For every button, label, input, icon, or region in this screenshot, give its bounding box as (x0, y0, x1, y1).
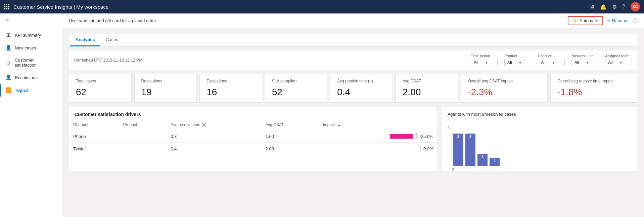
x-axis-zero-label: 0 (452, 167, 454, 171)
filter-assigned-team-label: Assigned team (605, 54, 632, 58)
cell-avg-resolve: 0.4 (167, 143, 261, 155)
sidebar-item-new-cases[interactable]: 👤 New cases (0, 41, 62, 54)
filter-channel: Channel All ▼ (538, 54, 565, 66)
cell-impact: -25.0% (319, 130, 437, 143)
filter-product-label: Product (504, 54, 531, 58)
col-header-avg-csat[interactable]: Avg CSAT (262, 120, 319, 130)
gear-icon[interactable]: ⚙ (612, 4, 617, 10)
filter-business-unit-select[interactable]: All ▼ (571, 59, 598, 66)
tab-analytics[interactable]: Analytics (70, 34, 100, 46)
sidebar-item-kpi-summary[interactable]: ⊞ KPI summary (0, 29, 62, 41)
table-row: Twitter 0.4 2.00 0.0% (69, 143, 438, 155)
agents-chart-title: Agents with most unresolved cases (448, 112, 632, 117)
kpi-card-avg-csat: Avg CSAT 2.00 (396, 74, 458, 103)
kpi-total-cases-label: Total cases (76, 79, 125, 83)
filter-product: Product All ▼ (504, 54, 531, 66)
automate-label: Automate (580, 18, 598, 23)
impact-divider (420, 146, 421, 152)
sidebar-item-label: New cases (15, 45, 36, 50)
chart-area: 8 8 3 2 0 (452, 121, 632, 166)
impact-bar-cell: -25.0% (323, 133, 433, 139)
filter-business-unit: Business unit All ▼ (571, 54, 598, 66)
col-header-product[interactable]: Product (119, 120, 167, 130)
impact-bar-cell: 0.0% (323, 146, 433, 152)
rename-icon: ✏ (607, 18, 611, 23)
sidebar-item-label: Resolutions (15, 75, 38, 80)
kpi-avg-resolve-value: 0.4 (337, 87, 386, 98)
tab-cases[interactable]: Cases (100, 34, 124, 46)
kpi-card-escalations: Escalations 16 (199, 74, 262, 103)
filter-time-period-label: Time period (471, 54, 498, 58)
filter-product-select[interactable]: All ▼ (504, 59, 531, 66)
col-header-avg-resolve[interactable]: Avg resolve time (h) (167, 120, 261, 130)
topics-icon: 📶 (5, 87, 11, 93)
kpi-resolutions-label: Resolutions (141, 79, 190, 83)
refresh-text: Refreshed UTC 2019-11-13 12:12 PM (74, 58, 142, 63)
impact-divider (416, 133, 417, 139)
kpi-sla-value: 52 (272, 87, 321, 98)
sidebar-toggle[interactable]: ≡ (0, 13, 62, 29)
info-icon[interactable]: ⓘ (633, 18, 637, 24)
main-content: Analytics Cases Refreshed UTC 2019-11-13… (62, 28, 644, 217)
kpi-card-sla-compliant: SLA compliant 52 (265, 74, 328, 103)
sort-arrow-icon: ▲ (337, 123, 341, 127)
automate-button[interactable]: ⚡ Automate (568, 16, 603, 25)
chevron-down-icon: ▼ (586, 61, 595, 65)
content-header: User wants to add gift card for a placed… (62, 13, 644, 28)
cell-product (119, 130, 167, 143)
csat-drivers-title: Customer satisfaction drivers (69, 107, 438, 120)
sidebar: ≡ ⊞ KPI summary 👤 New cases ☺ Customer s… (0, 13, 62, 217)
kpi-card-overall-csat-impact: Overall avg CSAT impact -2.3% (461, 74, 548, 103)
kpi-card-overall-resolve-impact: Overall avg resolve time impact -1.8% (550, 74, 637, 103)
table-row: Phone 0.3 1.00 (69, 130, 438, 143)
filter-assigned-team-select[interactable]: All ▼ (605, 59, 632, 66)
impact-bar (390, 134, 413, 139)
rename-button[interactable]: ✏ Rename (607, 18, 629, 23)
filter-channel-select[interactable]: All ▼ (538, 59, 565, 66)
monitor-icon[interactable]: 🖥 (589, 4, 595, 10)
breadcrumb: User wants to add gift card for a placed… (69, 18, 156, 23)
col-header-impact[interactable]: Impact ▲ (319, 120, 437, 130)
tabs-row: Analytics Cases (69, 34, 637, 46)
cell-channel: Phone (69, 130, 119, 143)
kpi-avg-csat-value: 2.00 (403, 87, 451, 98)
kpi-card-avg-resolve-time: Avg resolve time (h) 0.4 (330, 74, 393, 103)
impact-bar-container (386, 134, 413, 139)
sidebar-item-label: KPI summary (15, 33, 41, 38)
rename-label: Rename (612, 18, 629, 23)
chevron-down-icon: ▼ (485, 61, 495, 65)
kpi-cards: Total cases 62 Resolutions 19 Escalation… (69, 74, 637, 103)
sidebar-item-resolutions[interactable]: 👤 Resolutions (0, 71, 62, 84)
sidebar-item-label: Customer satisfaction (15, 58, 56, 68)
filter-time-period-select[interactable]: All ▼ (471, 59, 498, 66)
filter-business-unit-label: Business unit (571, 54, 598, 58)
sidebar-item-customer-satisfaction[interactable]: ☺ Customer satisfaction (0, 54, 62, 71)
chart-bars: 8 8 3 2 0 (452, 121, 632, 166)
chevron-down-icon: ▼ (619, 61, 629, 65)
kpi-sla-label: SLA compliant (272, 79, 321, 83)
kpi-overall-resolve-value: -1.8% (557, 87, 630, 98)
filter-channel-label: Channel (538, 54, 565, 58)
kpi-card-resolutions: Resolutions 19 (134, 74, 197, 103)
sidebar-item-topics[interactable]: 📶 Topics (0, 84, 62, 97)
cell-impact: 0.0% (319, 143, 437, 155)
kpi-total-cases-value: 62 (76, 87, 125, 98)
kpi-overall-csat-value: -2.3% (468, 87, 541, 98)
kpi-resolutions-value: 19 (141, 87, 190, 98)
help-icon[interactable]: ? (622, 4, 625, 10)
filters-group: Time period All ▼ Product All ▼ (471, 54, 632, 66)
cell-avg-resolve: 0.3 (167, 130, 261, 143)
kpi-escalations-label: Escalations (206, 79, 255, 83)
chart-bar: 2 (490, 158, 500, 166)
header-actions: ⚡ Automate ✏ Rename ⓘ (568, 16, 637, 25)
content-area: User wants to add gift card for a placed… (62, 13, 644, 217)
col-header-channel[interactable]: Channel (69, 120, 119, 130)
top-navbar: Customer Service Insights | My workspace… (0, 0, 644, 13)
main-layout: ≡ ⊞ KPI summary 👤 New cases ☺ Customer s… (0, 13, 644, 217)
cell-channel: Twitter (69, 143, 119, 155)
bell-icon[interactable]: 🔔 (600, 4, 607, 10)
kpi-escalations-value: 16 (206, 87, 255, 98)
automate-icon: ⚡ (572, 18, 578, 23)
app-grid-icon[interactable] (4, 4, 9, 9)
user-avatar[interactable]: XG (631, 2, 640, 11)
